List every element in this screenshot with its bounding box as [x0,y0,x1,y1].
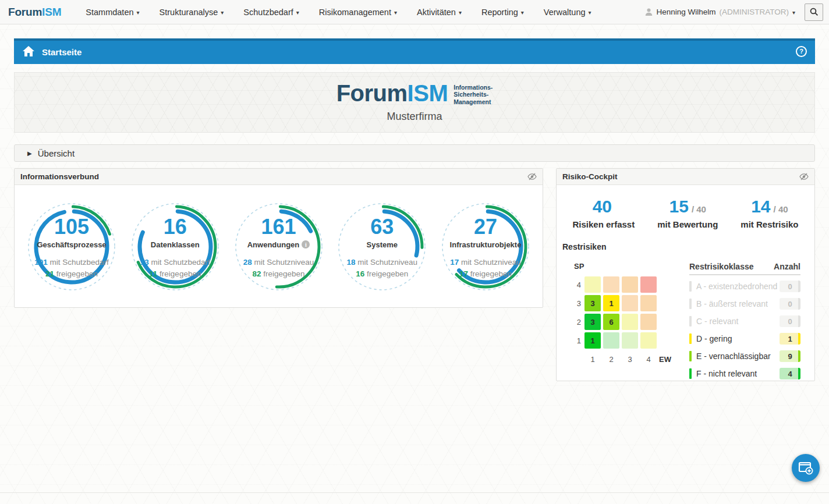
donut-sub-value: 16 [356,269,364,278]
donut-sub-value: 21 [45,269,54,278]
chevron-down-icon: ▾ [521,9,524,16]
visibility-toggle-button[interactable] [527,173,537,180]
donut-label: Datenklassen [151,240,200,249]
tagline-line: Management [454,98,493,106]
stat-label: Risiken erfasst [572,219,635,229]
chevron-down-icon: ▾ [296,9,299,16]
page-title: Startseite [42,46,82,57]
count-badge: 0 [780,298,800,310]
donut-sub-label: freigegeben [160,269,201,278]
informationsverbund-panel: Informationsverbund 105 Geschäftsprozess… [14,168,543,308]
user-menu[interactable]: Henning Wilhelm (ADMINISTRATOR) ▾ [645,8,805,16]
class-color-bar [689,316,692,326]
donut-sub-label: freigegeben [470,269,512,278]
menu-label: Reporting [481,8,518,17]
user-icon [645,8,653,16]
matrix-cell [640,332,657,349]
class-label: D - gering [696,334,732,343]
breadcrumb-home-link[interactable]: Startseite [22,45,82,57]
count-badge: 4 [780,368,800,379]
matrix-cell [640,314,657,330]
matrix-cell: 1 [584,332,601,349]
menu-risikomanagement[interactable]: Risikomanagement▾ [319,8,397,17]
company-name: Musterfirma [387,111,442,123]
count-badge: 1 [780,333,800,345]
donut-value: 161 [261,216,296,237]
donut-subs: 101 mit Schutzbedarf 21 freigegeben [34,257,109,279]
donut-label: Infrastrukturobjekte [450,240,522,249]
user-role: (ADMINISTRATOR) [719,8,789,16]
donut-sub-value: 17 [450,258,459,267]
matrix-col-label: 4 [640,355,657,364]
home-icon [22,45,35,57]
dashboard-cards: Informationsverbund 105 Geschäftsprozess… [14,168,815,381]
visibility-toggle-button[interactable] [799,173,809,180]
risk-matrix: SP 4331236111234EW [562,262,674,382]
donut-sub-value: 11 [149,269,157,278]
donut-value: 105 [54,216,89,237]
donut-subs: 13 mit Schutzbedarf 11 freigegeben [140,257,210,279]
matrix-cell [640,276,657,293]
donut-sub-protection: 28 mit Schutzniveau [243,257,314,268]
help-button[interactable]: ? [796,46,807,57]
add-window-fab-button[interactable] [792,454,820,482]
menu-stammdaten[interactable]: Stammdaten▾ [86,8,139,17]
menu-aktivitaeten[interactable]: Aktivitäten▾ [417,8,462,17]
chevron-down-icon: ▾ [221,9,224,16]
risk-matrix-grid: 4331236111234EW [573,276,674,367]
donut-sub-label: mit Schutzbedarf [50,258,109,267]
menu-label: Strukturanalyse [160,8,218,17]
donut-sub-protection: 13 mit Schutzbedarf [140,257,210,268]
donut-sub-value: 18 [346,258,355,267]
donut-systeme[interactable]: 63 Systeme 18 mit Schutzniveau 16 freige… [335,200,428,293]
search-button[interactable] [805,3,823,21]
restrisiko-table: Restrisikoklasse Anzahl A - existenzbedr… [689,262,800,382]
donut-sub-label: mit Schutzbedarf [151,258,210,267]
class-label: F - nicht relevant [696,369,757,378]
donut-value: 63 [370,216,394,237]
info-icon[interactable]: i [302,240,310,249]
donut-sub-released: 16 freigegeben [346,268,417,280]
donut-sub-value: 13 [140,258,149,267]
table-row-class-f: F - nicht relevant 4 [689,365,800,382]
overview-label: Übersicht [38,148,75,158]
donut-label: Geschäftsprozesse [37,240,106,249]
matrix-cell [622,332,638,349]
donut-sub-value: 28 [243,258,252,267]
class-color-bar [689,333,692,344]
eye-slash-icon [799,173,809,180]
donut-infrastrukturobjekte[interactable]: 27 Infrastrukturobjekte 17 mit Schutzniv… [439,200,532,293]
app-logo-part2: ISM [42,6,61,18]
menu-schutzbedarf[interactable]: Schutzbedarf▾ [243,8,299,17]
matrix-cell: 1 [603,295,619,311]
risiko-cockpit-panel: Risiko-Cockpit 40 Risiken erfasst 15/ 40… [556,168,815,381]
menu-reporting[interactable]: Reporting▾ [481,8,524,17]
donut-sub-label: mit Schutzniveau [461,258,521,267]
app-logo[interactable]: ForumISM [8,6,61,19]
class-label: A - existenzbedrohend [696,282,777,291]
donut-anwendungen[interactable]: 161 Anwendungeni 28 mit Schutzniveau 82 … [232,200,325,293]
donut-sub-protection: 101 mit Schutzbedarf [34,257,109,268]
informationsverbund-header: Informationsverbund [15,169,543,185]
overview-collapse-bar[interactable]: ▶ Übersicht [14,144,815,162]
banner-logo: ForumISM Informations- Sicherheits- Mana… [336,82,493,106]
new-window-plus-icon [798,461,813,475]
menu-strukturanalyse[interactable]: Strukturanalyse▾ [160,8,224,17]
matrix-x-axis-label: EW [659,355,674,364]
matrix-cell: 6 [603,314,619,330]
matrix-row-label: 4 [573,281,582,289]
chevron-down-icon: ▾ [589,9,591,16]
user-name: Henning Wilhelm [656,8,715,16]
matrix-cell [622,295,638,311]
help-icon: ? [799,48,803,55]
donut-content: 63 Systeme 18 mit Schutzniveau 16 freige… [335,200,428,293]
donut-datenklassen[interactable]: 16 Datenklassen 13 mit Schutzbedarf 11 f… [129,200,222,293]
donut-value: 27 [474,216,497,237]
donut-label: Anwendungeni [247,240,310,249]
class-label: B - äußerst relevant [696,299,768,308]
matrix-col-label: 3 [622,355,638,364]
donut-geschaeftsprozesse[interactable]: 105 Geschäftsprozesse 101 mit Schutzbeda… [25,200,118,293]
column-header-count: Anzahl [774,262,800,271]
menu-verwaltung[interactable]: Verwaltung▾ [544,8,591,17]
stat-mit-restrisiko: 14/ 40 mit Restrisiko [741,198,798,229]
